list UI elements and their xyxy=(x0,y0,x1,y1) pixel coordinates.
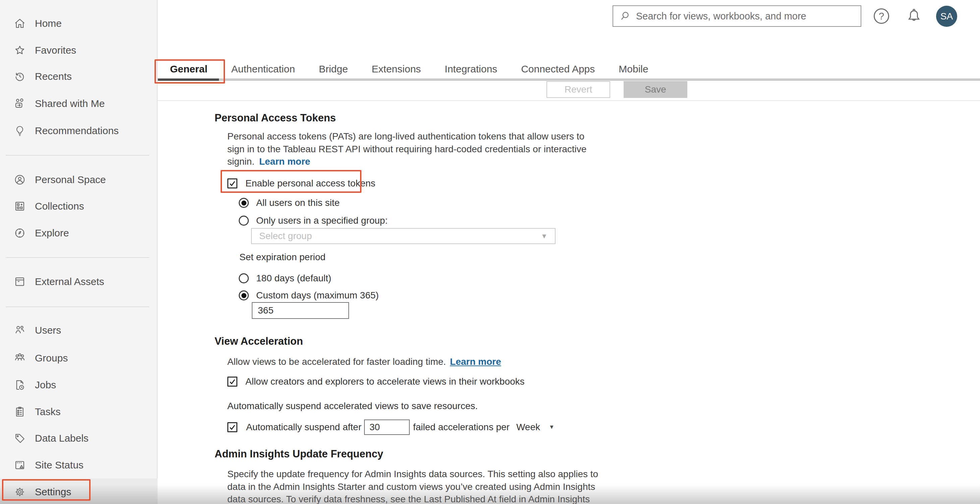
gear-icon xyxy=(13,486,26,498)
admin-insights-description: Specify the update frequency for Admin I… xyxy=(228,468,598,504)
sidebar-item-data-labels[interactable]: Data Labels xyxy=(0,425,158,452)
search-box xyxy=(612,5,861,27)
view-acceleration-description: Allow views to be accelerated for faster… xyxy=(228,355,501,368)
enable-pat-row: Enable personal access tokens xyxy=(228,178,375,189)
days-180-label: 180 days (default) xyxy=(256,273,331,284)
sidebar-item-collections[interactable]: Collections xyxy=(0,193,158,219)
va-learn-more-link[interactable]: Learn more xyxy=(450,356,501,367)
users-icon xyxy=(13,324,26,337)
sidebar-item-favorites[interactable]: Favorites xyxy=(0,37,158,64)
sidebar-item-groups[interactable]: Groups xyxy=(0,345,158,372)
sidebar-item-label: Settings xyxy=(35,486,71,498)
tab-authentication[interactable]: Authentication xyxy=(231,64,295,75)
sidebar-item-label: Site Status xyxy=(35,459,83,471)
home-icon xyxy=(13,17,26,30)
tab-connected-apps[interactable]: Connected Apps xyxy=(521,64,595,75)
allow-acceleration-row: Allow creators and explorers to accelera… xyxy=(228,376,525,387)
tab-extensions[interactable]: Extensions xyxy=(372,64,421,75)
shared-with-me-icon xyxy=(13,97,26,110)
group-users-radio[interactable] xyxy=(239,216,249,226)
auto-suspend-suffix-label: failed accelerations per xyxy=(413,422,510,432)
sidebar-divider xyxy=(6,155,149,156)
sidebar-item-settings[interactable]: Settings xyxy=(0,479,158,504)
save-button[interactable]: Save xyxy=(624,81,687,98)
days-180-radio[interactable] xyxy=(239,273,249,283)
sidebar-item-label: Recommendations xyxy=(35,125,119,137)
sidebar-item-tasks[interactable]: Tasks xyxy=(0,398,158,425)
sidebar-item-personal-space[interactable]: Personal Space xyxy=(0,166,158,193)
auto-suspend-row: Automatically suspend after failed accel… xyxy=(228,419,555,435)
all-users-radio[interactable] xyxy=(239,198,249,208)
admin-insights-section-title: Admin Insights Update Frequency xyxy=(215,448,383,460)
sidebar-item-label: Collections xyxy=(35,200,84,212)
sidebar-item-recommendations[interactable]: Recommendations xyxy=(0,118,158,144)
sidebar-item-label: Favorites xyxy=(35,45,76,56)
tag-icon xyxy=(13,432,26,445)
sidebar-item-label: Jobs xyxy=(35,379,56,391)
sidebar-item-label: Users xyxy=(35,324,61,336)
person-circle-icon xyxy=(13,173,26,186)
tab-mobile[interactable]: Mobile xyxy=(619,64,648,75)
group-users-radio-row: Only users in a specified group: xyxy=(239,215,388,226)
custom-days-label: Custom days (maximum 365) xyxy=(256,290,379,301)
sidebar-divider xyxy=(6,307,149,307)
tab-general[interactable]: General xyxy=(170,64,208,75)
sidebar-item-label: Shared with Me xyxy=(35,98,105,109)
sidebar-item-label: Explore xyxy=(35,227,69,239)
sidebar-item-jobs[interactable]: Jobs xyxy=(0,372,158,398)
document-clock-icon xyxy=(13,378,26,391)
help-icon[interactable]: ? xyxy=(874,8,889,24)
suspend-note: Automatically suspend accelerated views … xyxy=(228,401,478,412)
tab-bridge[interactable]: Bridge xyxy=(319,64,348,75)
period-dropdown-value[interactable]: Week xyxy=(516,422,540,432)
sidebar-item-shared-with-me[interactable]: Shared with Me xyxy=(0,90,158,117)
sidebar-item-label: Groups xyxy=(35,353,68,364)
avatar[interactable]: SA xyxy=(936,6,957,27)
tableau-site-settings-page: Home Favorites Recents Shared with Me Re xyxy=(0,0,980,504)
sidebar-item-label: Tasks xyxy=(35,406,61,418)
revert-button[interactable]: Revert xyxy=(546,81,610,98)
sidebar-item-recents[interactable]: Recents xyxy=(0,63,158,90)
custom-days-radio-row: Custom days (maximum 365) xyxy=(239,290,379,301)
sidebar-item-label: Recents xyxy=(35,71,72,82)
clipboard-list-icon xyxy=(13,405,26,418)
toolbar-divider xyxy=(158,100,980,101)
search-icon xyxy=(619,10,631,22)
sidebar-item-home[interactable]: Home xyxy=(0,10,158,37)
pat-learn-more-link[interactable]: Learn more xyxy=(259,156,310,167)
chevron-down-icon[interactable]: ▼ xyxy=(549,424,555,431)
enable-pat-checkbox[interactable] xyxy=(228,178,237,188)
sidebar-item-site-status[interactable]: Site Status xyxy=(0,452,158,479)
star-icon xyxy=(13,44,26,57)
allow-acceleration-label: Allow creators and explorers to accelera… xyxy=(245,376,525,387)
allow-acceleration-checkbox[interactable] xyxy=(228,377,237,386)
custom-days-input[interactable] xyxy=(252,302,349,319)
sidebar-item-users[interactable]: Users xyxy=(0,317,158,344)
pat-description: Personal access tokens (PATs) are long-l… xyxy=(228,130,586,168)
failed-accelerations-input[interactable] xyxy=(364,420,410,435)
custom-days-radio[interactable] xyxy=(239,290,249,300)
archive-box-icon xyxy=(13,275,26,288)
all-users-radio-row: All users on this site xyxy=(239,197,340,208)
chevron-down-icon: ▼ xyxy=(541,232,547,240)
select-group-dropdown[interactable]: Select group ▼ xyxy=(251,228,555,244)
active-tab-underline xyxy=(158,78,219,81)
select-group-placeholder: Select group xyxy=(259,231,541,242)
sidebar-divider xyxy=(6,257,149,258)
settings-tab-bar: General Authentication Bridge Extensions… xyxy=(170,60,648,78)
sidebar: Home Favorites Recents Shared with Me Re xyxy=(0,0,158,504)
site-status-window-icon xyxy=(13,459,26,471)
view-acceleration-section-title: View Acceleration xyxy=(215,335,303,347)
clock-history-icon xyxy=(13,70,26,83)
sidebar-item-external-assets[interactable]: External Assets xyxy=(0,268,158,295)
sidebar-item-label: Data Labels xyxy=(35,432,89,444)
auto-suspend-checkbox[interactable] xyxy=(228,422,237,432)
sidebar-item-explore[interactable]: Explore xyxy=(0,219,158,246)
group-users-label: Only users in a specified group: xyxy=(256,215,388,226)
notifications-bell-icon[interactable] xyxy=(905,7,923,25)
groups-icon xyxy=(13,352,26,364)
tab-integrations[interactable]: Integrations xyxy=(445,64,497,75)
search-input[interactable] xyxy=(636,11,861,22)
expiration-period-label: Set expiration period xyxy=(239,252,326,262)
auto-suspend-prefix-label: Automatically suspend after xyxy=(246,422,361,432)
